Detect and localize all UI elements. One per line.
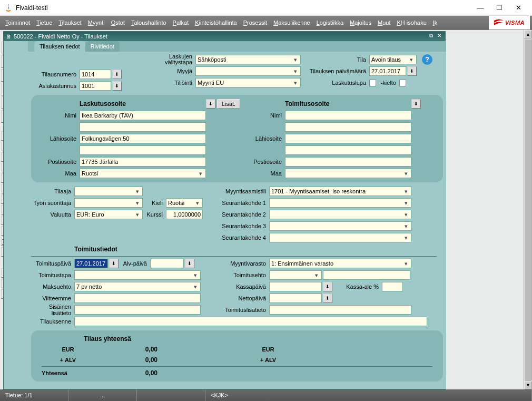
kieli-label: Kieli xyxy=(144,200,165,206)
viitteemme-field[interactable] xyxy=(74,294,201,303)
paivamaara-lookup[interactable]: ⬇ xyxy=(407,66,417,76)
lisat-button[interactable]: Lisät. xyxy=(217,99,240,109)
toimituslisatieto-field[interactable] xyxy=(269,305,411,315)
menu-item[interactable]: Tietue xyxy=(33,19,55,26)
menu-item[interactable]: Kiinteistöhallinta xyxy=(192,19,240,26)
alvpaiva-label: Alv-päivä xyxy=(120,260,149,267)
vertical-scrollbar[interactable]: ▲ ▼ xyxy=(524,30,532,389)
menu-item[interactable]: Maksuliikenne xyxy=(270,19,313,26)
tab-rivitiedot[interactable]: Rivitiedot xyxy=(85,41,120,52)
window-maximize[interactable]: ☐ xyxy=(490,1,509,15)
menu-item[interactable]: KH isohaku xyxy=(393,19,429,26)
ship-postiosoite-field[interactable] xyxy=(285,157,411,167)
tyonsuorittaja-dropdown[interactable] xyxy=(74,198,143,208)
menu-item[interactable]: Taloushallinto xyxy=(128,19,170,26)
sk1-dropdown[interactable] xyxy=(269,198,411,208)
internal-close[interactable]: ✕ xyxy=(436,33,443,40)
paivamaara-label: Tilauksen päivämäärä xyxy=(305,68,368,74)
bill-nimi2-field[interactable] xyxy=(80,122,206,132)
menu-item[interactable]: Muut xyxy=(375,19,393,26)
sk3-dropdown[interactable] xyxy=(269,221,411,231)
kieli-dropdown[interactable]: Ruotsi xyxy=(166,198,203,208)
laskutuslupa-checkbox[interactable] xyxy=(369,80,376,86)
kurssi-field[interactable]: 1,0000000 xyxy=(166,210,203,219)
sisainen-field[interactable] xyxy=(74,305,201,315)
toimitusosoite-expand[interactable]: ⬇ xyxy=(411,99,421,109)
tilausnumero-field[interactable]: 1014 xyxy=(80,70,111,79)
ship-maa-label: Maa xyxy=(242,170,284,177)
menu-item[interactable]: Logistiikka xyxy=(313,19,347,26)
kassaale-label: Kassa-ale % xyxy=(333,283,381,290)
sum-total-label: Yhteensä xyxy=(42,370,94,376)
toimitusehto-field[interactable] xyxy=(323,270,410,280)
tiliointi-dropdown[interactable]: Myynti EU xyxy=(195,78,301,87)
tila-dropdown[interactable]: Avoin tilaus xyxy=(369,55,417,64)
sk4-dropdown[interactable] xyxy=(269,233,411,242)
java-icon xyxy=(4,4,13,12)
menu-item[interactable]: Tilaukset xyxy=(55,19,85,26)
toimitustiedot-header: Toimitustiedot xyxy=(74,246,117,253)
nettopaiva-lookup[interactable]: ⬇ xyxy=(323,294,332,303)
bill-nimi-field[interactable]: Ikea Barkarby (TAV) xyxy=(80,111,206,120)
scroll-down-arrow[interactable]: ▼ xyxy=(524,381,532,389)
kassapaiva-lookup[interactable]: ⬇ xyxy=(323,282,332,291)
toimituspaiva-lookup[interactable]: ⬇ xyxy=(109,259,119,268)
alvpaiva-field[interactable] xyxy=(150,259,184,268)
menu-item[interactable]: Myynti xyxy=(85,19,108,26)
tilauksenne-label: Tilauksenne xyxy=(31,318,73,325)
toimituspaiva-field[interactable]: 27.01.2017 xyxy=(74,259,108,268)
scroll-thumb[interactable] xyxy=(525,39,531,380)
bill-lahiosoite-field[interactable]: Folkungavägen 50 xyxy=(80,134,206,143)
laskutusosoite-header: Laskutusosoite xyxy=(80,100,126,107)
tab-tilauksen-tiedot[interactable]: Tilauksen tiedot xyxy=(34,41,85,52)
valuutta-dropdown[interactable]: EUR: Euro xyxy=(74,210,143,219)
window-close[interactable]: ✕ xyxy=(509,1,528,15)
ship-nimi-field[interactable] xyxy=(285,111,411,120)
scroll-up-arrow[interactable]: ▲ xyxy=(524,30,532,38)
help-icon[interactable]: ? xyxy=(422,54,432,65)
asiakastunnus-label: Asiakastunnus xyxy=(31,83,78,89)
kassaale-field[interactable] xyxy=(382,282,403,291)
sk2-label: Seurantakohde 2 xyxy=(215,211,268,218)
status-bar: Tietue: 1/1 ... <KJK> xyxy=(0,389,532,401)
tilausnumero-lookup[interactable]: ⬇ xyxy=(112,70,122,79)
nettopaiva-field[interactable] xyxy=(269,294,322,303)
window-minimize[interactable]: — xyxy=(471,1,490,15)
kassapaiva-field[interactable] xyxy=(269,282,322,291)
asiakastunnus-lookup[interactable]: ⬇ xyxy=(112,81,122,91)
menu-item[interactable]: Toiminnot xyxy=(2,19,33,26)
tilaaja-dropdown[interactable] xyxy=(74,187,143,196)
internal-restore[interactable]: ⧉ xyxy=(427,33,435,40)
myyja-dropdown[interactable] xyxy=(195,66,301,76)
menu-item[interactable]: Majoitus xyxy=(347,19,375,26)
menu-item[interactable]: Palkat xyxy=(170,19,192,26)
menu-item[interactable]: Prosessit xyxy=(240,19,270,26)
maksuehto-dropdown[interactable]: 7 pv netto xyxy=(74,282,201,291)
toimitusehto-dropdown[interactable] xyxy=(269,270,322,280)
summary-header: Tilaus yhteensä xyxy=(84,335,131,343)
sk2-dropdown[interactable] xyxy=(269,210,411,219)
ship-lahiosoite2-field[interactable] xyxy=(285,145,411,155)
ship-lahiosoite-field[interactable] xyxy=(285,134,411,143)
sum-alv-label: + ALV xyxy=(42,357,94,363)
myyntivarasto-dropdown[interactable]: 1: Ensimmäinen varasto xyxy=(269,259,411,268)
toimitustapa-dropdown[interactable] xyxy=(74,270,201,280)
bill-maa-label: Maa xyxy=(36,170,78,177)
ship-maa-dropdown[interactable] xyxy=(285,169,411,178)
bill-lahiosoite2-field[interactable] xyxy=(80,145,206,155)
status-mid: ... xyxy=(68,389,137,401)
tila-label: Tila xyxy=(305,56,368,63)
menu-item[interactable]: Ostot xyxy=(108,19,128,26)
tilauksenne-field[interactable] xyxy=(74,317,427,326)
paivamaara-field[interactable]: 27.01.2017 xyxy=(369,66,406,76)
myyntisaamistili-dropdown[interactable]: 1701 - Myyntisaamiset, iso reskontra xyxy=(269,187,411,196)
bill-maa-dropdown[interactable]: Ruotsi xyxy=(80,169,206,178)
alvpaiva-lookup[interactable]: ⬇ xyxy=(185,259,194,268)
bill-postiosoite-field[interactable]: 17735 Järfälla xyxy=(80,157,206,167)
ship-nimi2-field[interactable] xyxy=(285,122,411,132)
kielto-checkbox[interactable] xyxy=(399,80,406,86)
valitystapa-dropdown[interactable]: Sähköposti xyxy=(195,55,301,64)
asiakastunnus-field[interactable]: 1001 xyxy=(80,81,111,91)
laskutusosoite-expand[interactable]: ⬇ xyxy=(206,99,215,109)
menu-item[interactable]: Ik xyxy=(430,19,441,26)
